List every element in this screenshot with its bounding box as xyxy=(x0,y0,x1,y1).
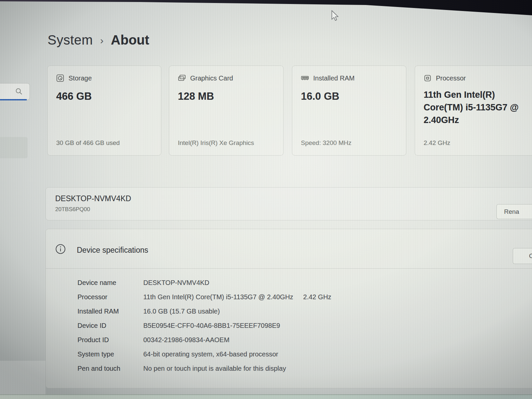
spec-label: System type xyxy=(77,350,143,358)
spec-row-pen-and-touch: Pen and touch No pen or touch input is a… xyxy=(46,361,532,376)
sidebar-item-highlight[interactable] xyxy=(0,137,28,158)
screen-bezel xyxy=(0,0,532,17)
spec-value: 16.0 GB (15.7 GB usable) xyxy=(143,308,220,315)
card-detail: 30 GB of 466 GB used xyxy=(56,139,120,147)
rename-pc-button[interactable]: Rena xyxy=(496,204,532,219)
mouse-cursor-icon xyxy=(331,10,339,21)
gpu-icon xyxy=(178,74,186,82)
card-value: 128 MB xyxy=(178,90,275,102)
storage-card: Storage 466 GB 30 GB of 466 GB used xyxy=(47,66,161,156)
spec-row-device-name: Device name DESKTOP-NVMV4KD xyxy=(46,276,532,290)
spec-value: B5E0954E-CFF0-40A6-8BB1-75EEEF7098E9 xyxy=(143,322,280,330)
spec-row-processor: Processor 11th Gen Intel(R) Core(TM) i5-… xyxy=(46,290,532,304)
hard-drive-icon xyxy=(56,74,64,82)
sidebar-bottom-area xyxy=(0,361,46,394)
spec-table: Device name DESKTOP-NVMV4KD Processor 11… xyxy=(46,276,532,376)
page-title: About xyxy=(111,33,149,48)
card-detail: Intel(R) Iris(R) Xe Graphics xyxy=(178,139,254,147)
processor-card: Processor 11th Gen Intel(R) Core(TM) i5-… xyxy=(415,66,532,156)
card-label: Processor xyxy=(436,74,466,82)
device-model: 20TBS6PQ00 xyxy=(55,206,90,213)
taskbar-edge xyxy=(0,394,532,399)
spec-label: Pen and touch xyxy=(77,365,143,372)
spec-row-system-type: System type 64-bit operating system, x64… xyxy=(46,347,532,361)
copy-button[interactable]: C xyxy=(513,248,532,264)
info-icon xyxy=(55,244,66,254)
settings-window: System › About Storage 466 GB 30 GB of 4… xyxy=(0,0,532,399)
graphics-card: Graphics Card 128 MB Intel(R) Iris(R) Xe… xyxy=(169,66,284,156)
card-value: 11th Gen Intel(R) Core(TM) i5-1135G7 @ 2… xyxy=(424,88,523,126)
spec-label: Installed RAM xyxy=(77,308,143,315)
spec-row-device-id: Device ID B5E0954E-CFF0-40A6-8BB1-75EEEF… xyxy=(46,319,532,333)
search-input[interactable] xyxy=(0,83,30,100)
spec-label: Device ID xyxy=(77,322,143,330)
card-value: 16.0 GB xyxy=(301,90,397,102)
spec-row-installed-ram: Installed RAM 16.0 GB (15.7 GB usable) xyxy=(46,304,532,319)
card-label: Graphics Card xyxy=(190,74,233,82)
card-value: 466 GB xyxy=(56,90,152,102)
spec-value: 00342-21986-09834-AAOEM xyxy=(143,336,229,344)
breadcrumb: System › About xyxy=(48,33,149,48)
cpu-icon xyxy=(424,74,432,82)
device-name-card: DESKTOP-NVMV4KD 20TBS6PQ00 Rena xyxy=(46,187,532,220)
spec-value-secondary: 2.42 GHz xyxy=(303,293,331,301)
breadcrumb-system-link[interactable]: System xyxy=(48,33,93,48)
device-specifications-expander[interactable]: Device specifications C xyxy=(46,229,532,269)
card-label: Installed RAM xyxy=(313,74,355,82)
card-detail: 2.42 GHz xyxy=(424,139,450,147)
spec-value: 64-bit operating system, x64-based proce… xyxy=(143,350,278,358)
device-name: DESKTOP-NVMV4KD xyxy=(55,194,131,203)
device-specifications-card: Device specifications C Device name DESK… xyxy=(46,229,532,388)
search-icon xyxy=(15,88,23,95)
spec-label: Product ID xyxy=(77,336,143,344)
spec-value: No pen or touch input is available for t… xyxy=(143,365,286,372)
spec-row-product-id: Product ID 00342-21986-09834-AAOEM xyxy=(46,333,532,347)
installed-ram-card: Installed RAM 16.0 GB Speed: 3200 MHz xyxy=(292,66,406,156)
search-focus-underline xyxy=(0,99,27,100)
spec-label: Processor xyxy=(77,293,143,301)
chevron-right-icon: › xyxy=(100,35,103,46)
memory-icon xyxy=(301,74,309,82)
card-detail: Speed: 3200 MHz xyxy=(301,139,351,147)
spec-value: DESKTOP-NVMV4KD xyxy=(143,279,209,287)
spec-label: Device name xyxy=(77,279,143,287)
spec-value: 11th Gen Intel(R) Core(TM) i5-1135G7 @ 2… xyxy=(143,293,293,301)
section-title: Device specifications xyxy=(77,246,148,255)
card-label: Storage xyxy=(68,74,92,82)
